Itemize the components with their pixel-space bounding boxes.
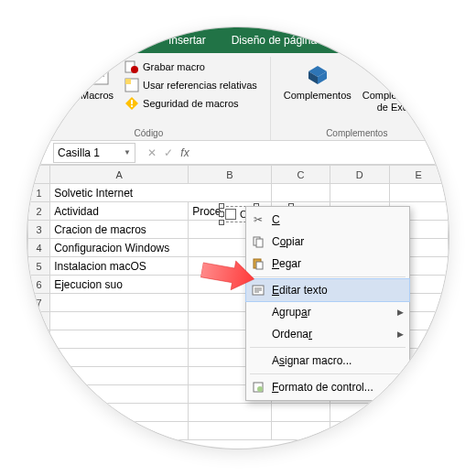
code-group-label: Código xyxy=(135,126,164,140)
cancel-formula-icon[interactable]: ✕ xyxy=(145,146,159,159)
gear-icon xyxy=(382,59,411,88)
ctx-group[interactable]: Agrupar ▶ xyxy=(246,301,409,323)
cell[interactable] xyxy=(271,184,330,202)
row-header[interactable] xyxy=(28,422,50,440)
cell[interactable] xyxy=(50,404,189,422)
ctx-copy[interactable]: Copiar xyxy=(246,231,409,253)
svg-rect-1 xyxy=(49,70,68,84)
col-header-b[interactable]: B xyxy=(189,166,272,184)
col-header-d[interactable]: D xyxy=(330,166,389,184)
row-header[interactable]: 6 xyxy=(28,276,50,294)
addins-icon xyxy=(303,59,332,88)
addins-button[interactable]: Complementos xyxy=(278,57,357,103)
row-header[interactable]: 8 xyxy=(28,312,50,330)
resize-handle[interactable] xyxy=(219,211,224,217)
ctx-label: Asignar macro... xyxy=(272,354,352,367)
relative-icon xyxy=(124,78,139,92)
cell[interactable] xyxy=(330,422,389,440)
ctx-edit-text[interactable]: Editar texto xyxy=(246,279,409,301)
tab-diseno[interactable]: Diseño de página xyxy=(219,27,330,53)
cell[interactable] xyxy=(389,404,448,422)
cell[interactable] xyxy=(189,404,272,422)
row-header[interactable] xyxy=(28,349,50,367)
macro-security-button[interactable]: Seguridad de macros xyxy=(123,95,259,112)
cell[interactable] xyxy=(50,422,189,440)
blank-icon xyxy=(250,352,266,369)
ctx-paste[interactable]: Pegar xyxy=(246,253,409,275)
col-header-c[interactable]: C xyxy=(271,166,330,184)
resize-handle[interactable] xyxy=(219,220,224,225)
chevron-down-icon[interactable]: ▼ xyxy=(124,148,131,157)
ctx-label: Ordenar xyxy=(272,328,312,341)
submenu-arrow-icon: ▶ xyxy=(397,308,404,317)
cell[interactable] xyxy=(50,385,189,404)
tab-formulas[interactable]: Fórmul xyxy=(330,27,389,53)
cell[interactable] xyxy=(50,294,189,312)
tab-insertar[interactable]: Insertar xyxy=(156,27,219,53)
svg-rect-4 xyxy=(90,71,104,73)
relative-label: Usar referencias relativas xyxy=(143,80,257,91)
cell[interactable] xyxy=(330,404,389,422)
cell[interactable]: Cracion de macros xyxy=(50,221,189,239)
addins-group-label: Complementos xyxy=(326,126,387,140)
vb-icon xyxy=(40,59,70,88)
ctx-format-control[interactable]: Formato de control... xyxy=(246,376,409,398)
col-header-a[interactable]: A xyxy=(50,166,189,184)
cell[interactable] xyxy=(271,422,330,440)
cell[interactable]: Configuracion Windows xyxy=(50,239,189,257)
row-header[interactable]: 9 xyxy=(28,330,50,349)
row-header[interactable]: 2 xyxy=(28,202,50,221)
cell[interactable]: Actividad xyxy=(50,202,189,221)
cell[interactable] xyxy=(50,349,189,367)
row-header[interactable]: 3 xyxy=(28,221,50,239)
accept-formula-icon[interactable]: ✓ xyxy=(161,146,176,159)
cell[interactable] xyxy=(389,184,448,202)
row-header[interactable] xyxy=(28,367,50,385)
cell[interactable] xyxy=(389,422,448,440)
vb-label: sic xyxy=(49,90,60,102)
record-macro-button[interactable]: Grabar macro xyxy=(123,59,259,75)
cell[interactable] xyxy=(50,312,189,330)
ctx-cut[interactable]: ✂ C xyxy=(246,209,409,231)
cell[interactable] xyxy=(389,385,448,404)
row-header[interactable]: 5 xyxy=(28,257,50,276)
cell[interactable] xyxy=(189,422,272,440)
col-header-e[interactable]: E xyxy=(389,166,448,184)
svg-rect-11 xyxy=(131,100,133,104)
row-header[interactable]: 7 xyxy=(28,294,50,312)
select-all[interactable] xyxy=(28,166,50,184)
cell[interactable]: Ejecucion suo xyxy=(50,276,189,294)
addins-label: Complementos xyxy=(284,90,352,102)
cut-icon: ✂ xyxy=(250,211,266,228)
excel-addins-l1: Complementos xyxy=(362,90,430,102)
row-header[interactable]: 1 xyxy=(28,184,50,202)
visual-basic-button[interactable]: sic xyxy=(35,57,75,103)
svg-marker-29 xyxy=(200,255,257,294)
cell[interactable] xyxy=(50,330,189,349)
macros-button[interactable]: Macros xyxy=(75,57,119,103)
submenu-arrow-icon: ▶ xyxy=(397,330,404,339)
cell[interactable] xyxy=(50,367,189,385)
blank-icon xyxy=(250,326,266,342)
cell[interactable] xyxy=(271,404,330,422)
ctx-label: Copiar xyxy=(272,235,304,248)
ctx-assign-macro[interactable]: Asignar macro... xyxy=(246,350,409,372)
name-box[interactable]: Casilla 1 ▼ xyxy=(53,143,135,163)
relative-refs-button[interactable]: Usar referencias relativas xyxy=(123,77,259,93)
cell[interactable] xyxy=(330,184,389,202)
fx-icon[interactable]: fx xyxy=(178,146,192,159)
cell[interactable]: Instalacion macOS xyxy=(50,257,189,276)
excel-addins-button[interactable]: Complementos de Excel xyxy=(357,57,436,115)
security-label: Seguridad de macros xyxy=(143,98,239,109)
ctx-order[interactable]: Ordenar ▶ xyxy=(246,323,409,345)
checkbox-icon[interactable] xyxy=(225,209,236,220)
ctx-label: Pegar xyxy=(272,257,301,270)
svg-point-14 xyxy=(393,70,400,77)
resize-handle[interactable] xyxy=(219,203,224,209)
row-header[interactable] xyxy=(28,385,50,404)
row-header[interactable]: 4 xyxy=(28,239,50,257)
row-header[interactable] xyxy=(28,404,50,422)
blank-icon xyxy=(250,304,266,320)
cell[interactable]: Solvetic Internet xyxy=(50,184,272,202)
ctx-label: C xyxy=(272,213,280,226)
